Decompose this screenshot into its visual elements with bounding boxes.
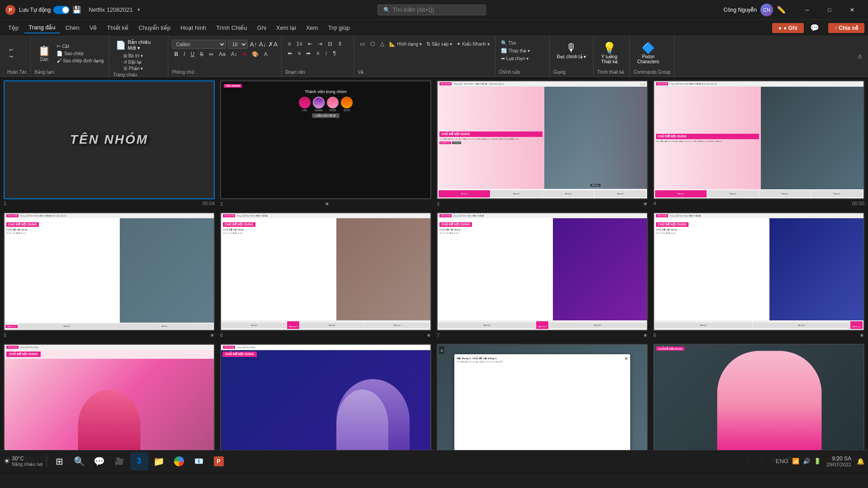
doc-dropdown-icon[interactable]: ▾ xyxy=(137,7,140,13)
menu-record[interactable]: Ghi xyxy=(253,23,271,33)
taskbar-wifi-icon[interactable]: 📶 xyxy=(792,458,799,465)
slide-thumb-4[interactable]: TÊN NHÓM Trang chủ Phim Thánh Mới & Phổ … xyxy=(653,80,864,199)
paragraph-button[interactable]: ¶ xyxy=(330,49,338,57)
slide-item-5[interactable]: TÊN NHÓM Trang chủ Phim Thánh Mới & Phổ … xyxy=(4,212,215,339)
reset-button[interactable]: ↺ Đặt lại xyxy=(122,59,145,65)
new-slide-button[interactable]: 📄 Bản chiếuMới ▾ xyxy=(113,38,153,52)
cut-button[interactable]: ✂ Cắt xyxy=(55,43,105,50)
design-ideas-button[interactable]: 💡 Ý tưởngThiết kế xyxy=(597,38,621,66)
search-box[interactable]: 🔍 Tìm kiếm (Alt+Q) xyxy=(377,5,486,15)
undo-button[interactable]: ↩ xyxy=(7,47,15,53)
slide-thumb-2[interactable]: TÊN NHÓM Thành viên trong nhóm LISA JENN… xyxy=(220,80,431,199)
maximize-button[interactable]: □ xyxy=(819,3,840,17)
align-justify-button[interactable]: ≡ xyxy=(314,49,321,57)
replace-button[interactable]: 🔄 Thay thế ▾ xyxy=(499,47,532,54)
slide-thumb-5[interactable]: TÊN NHÓM Trang chủ Phim Thánh Mới & Phổ … xyxy=(4,212,215,331)
taskbar-volume-icon[interactable]: 🔊 xyxy=(803,458,810,465)
section-button[interactable]: ☰ Phần ▾ xyxy=(122,66,145,71)
menu-review[interactable]: Xem lại xyxy=(272,23,301,33)
shape-hex-button[interactable]: ⬡ xyxy=(368,40,377,48)
slide-item-4[interactable]: TÊN NHÓM Trang chủ Phim Thánh Mới & Phổ … xyxy=(653,80,864,207)
indent-increase-button[interactable]: ⇥ xyxy=(316,40,325,48)
taskbar-start-button[interactable]: ⊞ xyxy=(51,452,69,470)
auto-save-toggle[interactable] xyxy=(53,6,70,14)
bold-button[interactable]: B xyxy=(172,50,180,58)
taskbar-browser-button[interactable] xyxy=(170,452,188,470)
align-right-button[interactable]: ➡ xyxy=(304,49,313,57)
close-button[interactable]: ✕ xyxy=(842,3,863,17)
italic-button[interactable]: I xyxy=(181,50,187,58)
list-bullet-button[interactable]: ≡ xyxy=(285,40,293,48)
shape-triangle-button[interactable]: △ xyxy=(378,40,387,48)
taskbar-powerpoint-button[interactable]: P xyxy=(210,452,228,470)
menu-home[interactable]: Trang đầu xyxy=(24,22,60,33)
save-icon[interactable]: 💾 xyxy=(72,5,81,14)
taskbar-search-button[interactable]: 🔍 xyxy=(71,452,89,470)
align-left-button[interactable]: ⬅ xyxy=(285,49,294,57)
shape-rect-button[interactable]: ▭ xyxy=(358,40,367,48)
paste-button[interactable]: 📋 Dán xyxy=(34,43,54,64)
taskbar-lang-indicator[interactable]: ENG xyxy=(776,458,788,465)
slide-thumb-1[interactable]: TÊN NHÓM xyxy=(4,80,215,199)
taskbar-klook-button[interactable]: 3 xyxy=(130,452,148,470)
menu-design[interactable]: Thiết kế xyxy=(102,23,133,33)
comment-button[interactable]: 💬 xyxy=(807,22,823,34)
format-painter-button[interactable]: 🖌 Sao chép định dạng xyxy=(55,57,105,64)
underline-button[interactable]: U xyxy=(188,50,197,58)
slide3-info-btn[interactable]: ℹ Thông tin xyxy=(452,141,461,144)
ribbon-collapse-icon[interactable]: ∧ xyxy=(857,52,863,61)
text-dir-button[interactable]: ⇕ xyxy=(335,40,344,48)
find-button[interactable]: 🔍 Tìm xyxy=(499,40,532,47)
taskbar-video-button[interactable]: 🎥 xyxy=(110,452,128,470)
menu-transitions[interactable]: Chuyển tiếp xyxy=(134,23,175,33)
menu-help[interactable]: Trợ giúp xyxy=(324,23,354,33)
font-size-select[interactable]: 18 xyxy=(228,40,248,49)
taskbar-mail-button[interactable]: 📧 xyxy=(190,452,208,470)
menu-slideshow[interactable]: Trình Chiếu xyxy=(212,23,251,33)
font-select[interactable]: Calibri xyxy=(172,40,226,49)
slide-thumb-3[interactable]: TÊN NHÓM Trang chủ Phim Thánh Mới & Phổ … xyxy=(437,80,648,199)
layout-button[interactable]: ⊞ Bố trí ▾ xyxy=(122,53,145,59)
slide-item-8[interactable]: TÊN NHÓM Trang chủ Phim Thánh Mới & Phổ … xyxy=(653,212,864,339)
font-color-button[interactable]: A xyxy=(241,50,249,58)
slide11-close-icon[interactable]: ✕ xyxy=(624,357,628,361)
text-shadow-button[interactable]: A↕ xyxy=(229,50,240,58)
pixton-button[interactable]: 🔷 PixtonCharacters xyxy=(633,38,663,66)
select-button[interactable]: ➡ Lựa chọn ▾ xyxy=(499,55,532,62)
share-button[interactable]: ↑ Chia sẻ xyxy=(828,23,864,33)
font-increase-icon[interactable]: A↑ xyxy=(250,41,257,48)
slide-thumb-11[interactable]: Nội dung 1: Chủ đề nội dung 1 Chú để thu… xyxy=(437,344,648,463)
indent-decrease-button[interactable]: ⇤ xyxy=(306,40,315,48)
highlight-button[interactable]: 🎨 xyxy=(250,50,261,58)
taskbar-notification-button[interactable]: 🔔 xyxy=(857,458,864,465)
slide-thumb-6[interactable]: TÊN NHÓM Trang chủ Phim Thánh Mới & Phổ … xyxy=(220,212,431,331)
menu-animations[interactable]: Hoạt hình xyxy=(176,23,211,33)
column-button[interactable]: ⊟ xyxy=(326,40,335,48)
list-number-button[interactable]: 1≡ xyxy=(294,40,305,48)
menu-insert[interactable]: Chèn xyxy=(61,23,84,33)
slide-thumb-10[interactable]: TÊN NHÓM Trang chủ Phim Thánh CHỦ ĐỀ NỘI… xyxy=(220,344,431,463)
spacing-button[interactable]: ⇔ xyxy=(207,50,216,58)
taskbar-chat-button[interactable]: 💬 xyxy=(90,452,108,470)
dictate-button[interactable]: 🎙 Đọc chính tả ▾ xyxy=(553,38,590,61)
taskbar-explorer-button[interactable]: 📁 xyxy=(150,452,168,470)
line-spacing-button[interactable]: ↕ xyxy=(322,49,330,57)
text-color-button[interactable]: A xyxy=(262,50,270,58)
font-decrease-icon[interactable]: A↓ xyxy=(259,41,266,48)
menu-draw[interactable]: Vẽ xyxy=(85,23,102,33)
slide-thumb-12[interactable]: CHỦ ĐỀ NỘI DUNG N LOAT PHIM xyxy=(653,344,864,463)
slide-thumb-7[interactable]: TÊN NHÓM Trang chủ Phim Thánh Mới & Phổ … xyxy=(437,212,648,331)
slide3-play-btn[interactable]: ▶ Thường xem xyxy=(439,141,451,144)
menu-file[interactable]: Tệp xyxy=(4,23,23,33)
text-case-button[interactable]: Aa xyxy=(217,50,228,58)
copy-button[interactable]: 📄 Sao chép xyxy=(55,50,105,57)
sort-button[interactable]: ⇅ Sắp xếp ▾ xyxy=(425,40,454,48)
slide-thumb-9[interactable]: TÊN NHÓM Trang chủ Phim Thánh CHỦ ĐỀ NỘI… xyxy=(4,344,215,463)
strikethrough-button[interactable]: S xyxy=(198,50,206,58)
slide2-edit-btn[interactable]: CHỈNH SỬA HỒ SƠ xyxy=(312,113,340,118)
arrange-button[interactable]: 📐 Hình dạng ▾ xyxy=(387,40,423,48)
slide-item-1[interactable]: TÊN NHÓM 1 00:04 xyxy=(4,80,215,207)
slide-item-2[interactable]: TÊN NHÓM Thành viên trong nhóm LISA JENN… xyxy=(220,80,431,207)
slide-item-7[interactable]: TÊN NHÓM Trang chủ Phim Thánh Mới & Phổ … xyxy=(437,212,648,339)
minimize-button[interactable]: ─ xyxy=(797,3,817,17)
